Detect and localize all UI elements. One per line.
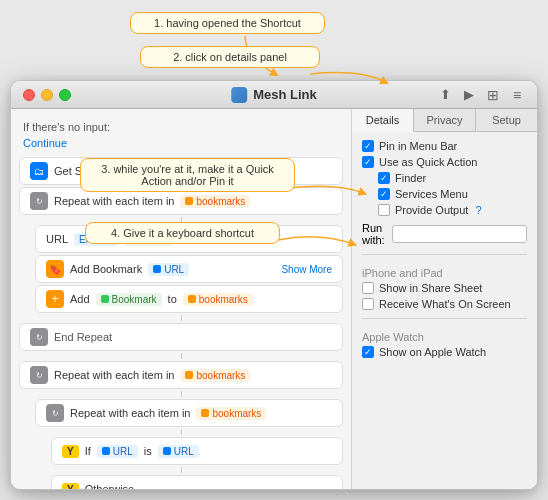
provide-output-row[interactable]: Provide Output ? (378, 204, 527, 216)
connector (181, 315, 182, 321)
show-on-watch-checkbox[interactable] (362, 346, 374, 358)
show-on-watch-row[interactable]: Show on Apple Watch (362, 346, 527, 358)
close-button[interactable] (23, 89, 35, 101)
item-label: Repeat with each item in (70, 407, 190, 419)
services-menu-row[interactable]: Services Menu (378, 188, 527, 200)
y-badge: Y (62, 445, 79, 458)
details-panel: Details Privacy Setup Pin in Menu Bar Us… (352, 109, 537, 489)
use-quick-action-row[interactable]: Use as Quick Action (362, 156, 527, 168)
maximize-button[interactable] (59, 89, 71, 101)
use-quick-action-checkbox[interactable] (362, 156, 374, 168)
share-icon[interactable]: ⬆ (437, 87, 453, 103)
end-repeat-icon: ↻ (30, 328, 48, 346)
repeat-icon: ↻ (46, 404, 64, 422)
list-item[interactable]: Y Otherwise (51, 475, 343, 489)
list-item[interactable]: 🔖 Add Bookmark URL Show More (35, 255, 343, 283)
item-tag: bookmarks (180, 195, 250, 208)
finder-label: Finder (395, 172, 426, 184)
list-item[interactable]: ↻ Repeat with each item in bookmarks (19, 361, 343, 389)
item-tag: URL (97, 445, 138, 458)
receive-on-screen-label: Receive What's On Screen (379, 298, 511, 310)
finder-checkbox[interactable] (378, 172, 390, 184)
show-on-watch-label: Show on Apple Watch (379, 346, 486, 358)
item-tag: bookmarks (180, 369, 250, 382)
item-tag: Bookmark (96, 293, 162, 306)
no-input-label: If there's no input: (11, 117, 351, 137)
connector (181, 467, 182, 473)
pin-menu-bar-label: Pin in Menu Bar (379, 140, 457, 152)
item-tag: bookmarks (183, 293, 253, 306)
iphone-ipad-section: iPhone and iPad Show in Share Sheet Rece… (362, 254, 527, 310)
show-share-sheet-label: Show in Share Sheet (379, 282, 482, 294)
finder-row[interactable]: Finder (378, 172, 527, 184)
pin-menu-bar-checkbox[interactable] (362, 140, 374, 152)
item-tag: URL (148, 263, 189, 276)
item-label: Add Bookmark (70, 263, 142, 275)
continue-link[interactable]: Continue (11, 137, 351, 155)
provide-output-checkbox[interactable] (378, 204, 390, 216)
item-label: Otherwise (85, 483, 135, 489)
show-more-link[interactable]: Show More (281, 264, 332, 275)
traffic-lights (23, 89, 71, 101)
play-icon[interactable]: ▶ (461, 87, 477, 103)
run-with-label: Run with: (362, 222, 387, 246)
connector (181, 353, 182, 359)
apple-watch-section: Apple Watch Show on Apple Watch (362, 318, 527, 358)
list-item[interactable]: ↻ Repeat with each item in bookmarks (35, 399, 343, 427)
title-bar: Mesh Link ⬆ ▶ ⊞ ≡ (11, 81, 537, 109)
item-label: Repeat with each item in (54, 369, 174, 381)
pin-menu-bar-row[interactable]: Pin in Menu Bar (362, 140, 527, 152)
title-bar-right: ⬆ ▶ ⊞ ≡ (437, 87, 525, 103)
iphone-ipad-title: iPhone and iPad (362, 267, 527, 279)
connector (181, 429, 182, 435)
annotation-4-arrow (278, 232, 358, 257)
provide-output-label: Provide Output (395, 204, 468, 216)
minimize-button[interactable] (41, 89, 53, 101)
list-item[interactable]: + Add Bookmark to bookmarks (35, 285, 343, 313)
receive-on-screen-checkbox[interactable] (362, 298, 374, 310)
receive-on-screen-row[interactable]: Receive What's On Screen (362, 298, 527, 310)
run-with-input[interactable] (392, 225, 527, 243)
y-badge: Y (62, 483, 79, 490)
list-item[interactable]: ↻ End Repeat (19, 323, 343, 351)
menu-icon[interactable]: ≡ (509, 87, 525, 103)
panel-content: Pin in Menu Bar Use as Quick Action Find… (352, 132, 537, 489)
services-menu-label: Services Menu (395, 188, 468, 200)
tab-setup[interactable]: Setup (476, 109, 537, 131)
repeat-icon: ↻ (30, 192, 48, 210)
tab-details[interactable]: Details (352, 109, 414, 132)
item-label: If (85, 445, 91, 457)
annotation-3: 3. while you're at it, make it a Quick A… (80, 158, 295, 192)
use-quick-action-label: Use as Quick Action (379, 156, 477, 168)
annotation-2: 2. click on details panel (140, 46, 320, 68)
help-icon[interactable]: ? (475, 204, 481, 216)
item-tag: URL (158, 445, 199, 458)
apple-watch-title: Apple Watch (362, 331, 527, 343)
services-menu-checkbox[interactable] (378, 188, 390, 200)
annotation-4: 4. Give it a keyboard shortcut (85, 222, 280, 244)
annotation-2-arrow (310, 64, 390, 94)
window-title: Mesh Link (253, 87, 317, 102)
run-with-row: Run with: (362, 222, 527, 246)
finder-icon: 🗂 (30, 162, 48, 180)
annotation-3-arrow (288, 178, 368, 208)
grid-icon[interactable]: ⊞ (485, 87, 501, 103)
outer-wrapper: 1. having opened the Shortcut 2. click o… (10, 10, 538, 490)
item-label: End Repeat (54, 331, 112, 343)
item-tag: bookmarks (196, 407, 266, 420)
tab-privacy[interactable]: Privacy (414, 109, 476, 131)
panel-tabs: Details Privacy Setup (352, 109, 537, 132)
list-item[interactable]: Y If URL is URL (51, 437, 343, 465)
item-label: URL (46, 233, 68, 245)
item-label: Repeat with each item in (54, 195, 174, 207)
window-title-area: Mesh Link (231, 87, 317, 103)
bookmark-icon: 🔖 (46, 260, 64, 278)
repeat-icon: ↻ (30, 366, 48, 384)
app-icon (231, 87, 247, 103)
annotation-1: 1. having opened the Shortcut (130, 12, 325, 34)
show-share-sheet-checkbox[interactable] (362, 282, 374, 294)
item-label: Add (70, 293, 90, 305)
connector (181, 391, 182, 397)
show-share-sheet-row[interactable]: Show in Share Sheet (362, 282, 527, 294)
mac-window: Mesh Link ⬆ ▶ ⊞ ≡ If there's no input: C… (10, 80, 538, 490)
